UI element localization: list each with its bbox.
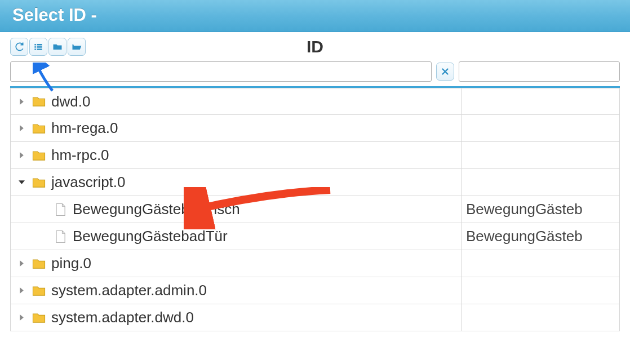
file-icon xyxy=(52,202,68,217)
chevron-right-icon xyxy=(19,260,25,267)
tree-row-system-admin[interactable]: system.adapter.admin.0 xyxy=(10,277,620,304)
folder-icon xyxy=(31,256,47,272)
tree-label: system.adapter.dwd.0 xyxy=(51,309,194,326)
tree-row-hm-rega[interactable]: hm-rega.0 xyxy=(10,115,620,142)
tree-row-state[interactable]: BewegungGästebadTisch BewegungGästeb xyxy=(10,196,620,223)
filter-name-input[interactable] xyxy=(459,61,620,82)
folder-closed-icon xyxy=(52,41,63,52)
tree-label: dwd.0 xyxy=(51,93,90,110)
tree-label: javascript.0 xyxy=(51,174,126,191)
object-tree: dwd.0 hm-rega.0 hm-rpc.0 xyxy=(10,86,620,331)
refresh-icon xyxy=(14,41,25,52)
list-icon xyxy=(33,41,44,52)
expand-all-button[interactable] xyxy=(68,38,86,56)
no-expand xyxy=(38,232,48,242)
expand-toggle[interactable] xyxy=(16,96,26,106)
svg-rect-3 xyxy=(37,46,42,48)
folder-icon xyxy=(31,148,47,163)
tree-row-dwd[interactable]: dwd.0 xyxy=(10,88,620,115)
tree-name: BewegungGästeb xyxy=(462,201,619,218)
expand-toggle[interactable] xyxy=(16,150,26,161)
svg-rect-5 xyxy=(37,48,42,50)
tree-label: hm-rpc.0 xyxy=(51,147,109,164)
filter-id-input[interactable] xyxy=(10,61,432,82)
expand-toggle[interactable] xyxy=(16,313,26,323)
column-header-id: ID xyxy=(0,37,630,56)
tree-row-ping[interactable]: ping.0 xyxy=(10,250,620,277)
chevron-down-icon xyxy=(19,179,25,185)
chevron-right-icon xyxy=(19,314,25,321)
tree-row-state[interactable]: BewegungGästebadTür BewegungGästeb xyxy=(10,223,620,250)
tree-row-hm-rpc[interactable]: hm-rpc.0 xyxy=(10,142,620,169)
chevron-right-icon xyxy=(19,125,25,131)
expand-toggle[interactable] xyxy=(16,286,26,296)
close-icon xyxy=(440,66,450,77)
tree-row-javascript[interactable]: javascript.0 xyxy=(10,169,620,196)
folder-icon xyxy=(31,94,47,109)
svg-rect-4 xyxy=(34,48,36,50)
list-view-button[interactable] xyxy=(29,38,47,56)
tree-label: hm-rega.0 xyxy=(51,119,118,137)
tree-name: BewegungGästeb xyxy=(462,228,619,245)
svg-rect-2 xyxy=(34,46,36,48)
dialog-title: Select ID - xyxy=(0,0,630,32)
toolbar: ID xyxy=(0,32,630,58)
collapse-all-button[interactable] xyxy=(48,38,66,56)
chevron-right-icon xyxy=(19,99,25,105)
clear-filter-button[interactable] xyxy=(436,63,454,81)
chevron-right-icon xyxy=(19,152,25,158)
chevron-right-icon xyxy=(19,287,25,294)
expand-toggle[interactable] xyxy=(16,123,26,134)
filter-row xyxy=(0,58,630,86)
svg-rect-0 xyxy=(34,44,36,46)
toolbar-buttons xyxy=(10,38,86,56)
tree-label: BewegungGästebadTisch xyxy=(73,201,240,218)
folder-icon xyxy=(31,121,47,136)
tree-label: BewegungGästebadTür xyxy=(73,228,228,245)
folder-open-icon xyxy=(71,41,82,52)
tree-label: system.adapter.admin.0 xyxy=(51,282,207,299)
folder-icon xyxy=(31,175,47,190)
expand-toggle[interactable] xyxy=(16,259,26,269)
tree-label: ping.0 xyxy=(51,255,91,272)
collapse-toggle[interactable] xyxy=(16,177,26,188)
folder-icon xyxy=(31,283,47,299)
no-expand xyxy=(38,205,48,215)
refresh-button[interactable] xyxy=(10,38,28,56)
tree-row-system-dwd[interactable]: system.adapter.dwd.0 xyxy=(10,304,620,331)
svg-rect-1 xyxy=(37,44,42,46)
file-icon xyxy=(52,229,68,245)
folder-icon xyxy=(31,310,47,326)
